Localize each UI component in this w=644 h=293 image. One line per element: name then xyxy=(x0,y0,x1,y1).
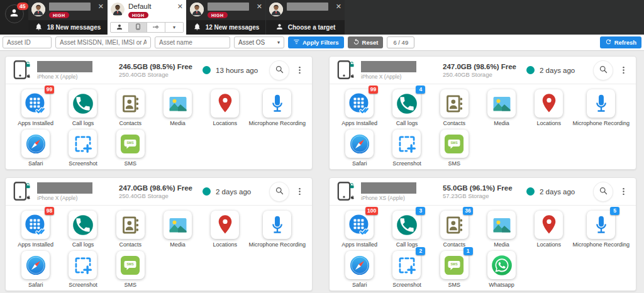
redacted-device-name xyxy=(37,61,92,72)
feature-safari[interactable]: Safari xyxy=(12,251,59,288)
mic-icon xyxy=(263,211,291,239)
feature-contacts[interactable]: Contacts xyxy=(107,89,154,126)
count-badge: 2 xyxy=(416,247,425,255)
feature-microphone-recording[interactable]: Microphone Recording xyxy=(248,89,306,126)
feature-label: Call logs xyxy=(396,241,418,248)
feature-media[interactable]: Media xyxy=(478,89,525,126)
device-model-label: iPhone X (Apple) xyxy=(361,74,443,80)
feature-apps-installed[interactable]: 99 Apps Installed xyxy=(12,89,59,126)
safari-icon xyxy=(345,251,374,279)
feature-safari[interactable]: Safari xyxy=(12,130,59,167)
kebab-menu-icon[interactable] xyxy=(295,187,304,196)
kebab-menu-icon[interactable] xyxy=(619,65,628,75)
refresh-button[interactable]: Refresh xyxy=(600,36,641,48)
close-icon[interactable]: ✕ xyxy=(336,3,341,11)
kebab-menu-icon[interactable] xyxy=(295,65,304,75)
feature-microphone-recording[interactable]: 5 Microphone Recording xyxy=(572,211,630,248)
svg-text:SMS: SMS xyxy=(451,262,458,266)
feature-apps-installed[interactable]: 99 Apps Installed xyxy=(336,89,383,126)
target-person-button[interactable] xyxy=(110,22,129,33)
feature-locations[interactable]: Locations xyxy=(201,89,248,126)
feature-media[interactable]: Media xyxy=(478,211,525,248)
close-icon[interactable]: ✕ xyxy=(257,3,262,11)
tab-target-4[interactable]: ✕ Choose a target xyxy=(266,0,345,35)
media-icon xyxy=(487,89,516,118)
contacts-icon: 36 xyxy=(440,211,469,239)
tab-target-3[interactable]: HIGH ✕ 12 New messages xyxy=(187,0,265,35)
feature-locations[interactable]: Locations xyxy=(201,211,248,248)
device-card: iPhone X (Apple) 246.5GB (98.5%) Free 25… xyxy=(5,56,313,170)
safari-icon xyxy=(345,130,374,158)
feature-call-logs[interactable]: Call logs xyxy=(59,211,106,248)
svg-text:SMS: SMS xyxy=(451,141,458,145)
apple-logo-icon xyxy=(25,191,31,202)
count-badge: 3 xyxy=(416,207,425,215)
feature-apps-installed[interactable]: 100 Apps Installed xyxy=(336,211,383,248)
feature-screenshot[interactable]: 2 Screenshot xyxy=(383,251,430,288)
feature-apps-installed[interactable]: 98 Apps Installed xyxy=(12,211,59,248)
asset-os-select[interactable]: Asset OS ▾ xyxy=(234,36,284,48)
feature-contacts[interactable]: 36 Contacts xyxy=(431,211,478,248)
feature-sms[interactable]: SMS1 SMS xyxy=(431,251,478,288)
count-badge: 98 xyxy=(45,207,54,215)
search-button[interactable] xyxy=(594,61,613,80)
smartphone-icon xyxy=(337,60,356,81)
priority-badge: HIGH xyxy=(49,12,69,18)
person-icon xyxy=(116,23,123,32)
feature-media[interactable]: Media xyxy=(154,89,201,126)
feature-contacts[interactable]: Contacts xyxy=(431,89,478,126)
user-menu-button[interactable]: 45 xyxy=(5,4,24,23)
smartphone-icon xyxy=(13,181,32,202)
feature-call-logs[interactable]: 4 Call logs xyxy=(383,89,430,126)
feature-media[interactable]: Media xyxy=(154,211,201,248)
kebab-menu-icon[interactable] xyxy=(619,187,628,196)
safari-icon xyxy=(21,130,50,158)
search-button[interactable] xyxy=(270,182,289,201)
chevron-down-icon: ▾ xyxy=(173,25,175,30)
feature-microphone-recording[interactable]: Microphone Recording xyxy=(248,211,306,248)
asset-msisdn-input[interactable] xyxy=(55,36,151,48)
feature-screenshot[interactable]: Screenshot xyxy=(59,130,106,167)
feature-label: Screenshot xyxy=(392,160,421,167)
search-button[interactable] xyxy=(594,182,613,201)
media-icon xyxy=(164,89,192,118)
feature-microphone-recording[interactable]: Microphone Recording xyxy=(572,89,630,126)
priority-badge: HIGH xyxy=(208,12,228,18)
avatar xyxy=(190,3,204,16)
search-button[interactable] xyxy=(270,61,289,80)
search-icon xyxy=(275,65,284,76)
search-icon xyxy=(599,186,608,197)
call-icon: 4 xyxy=(392,89,421,118)
feature-sms[interactable]: SMS SMS xyxy=(431,130,478,167)
feature-whatsapp[interactable]: Whatsapp xyxy=(478,251,525,288)
target-device-button[interactable] xyxy=(129,22,147,33)
feature-locations[interactable]: Locations xyxy=(525,211,572,248)
feature-call-logs[interactable]: Call logs xyxy=(59,89,106,126)
reset-label: Reset xyxy=(362,39,379,46)
reset-button[interactable]: Reset xyxy=(348,36,384,48)
close-icon[interactable]: ✕ xyxy=(177,3,183,11)
apply-filters-button[interactable]: Apply Filters xyxy=(288,36,344,48)
feature-locations[interactable]: Locations xyxy=(525,89,572,126)
asset-id-input[interactable] xyxy=(3,36,52,48)
feature-screenshot[interactable]: Screenshot xyxy=(383,130,430,167)
feature-screenshot[interactable]: Screenshot xyxy=(59,251,106,288)
feature-label: Apps Installed xyxy=(341,241,377,248)
tab-target-1[interactable]: HIGH ✕ 18 New messages xyxy=(28,0,107,35)
feature-sms[interactable]: SMS SMS xyxy=(107,130,154,167)
apps-icon: 98 xyxy=(21,211,50,239)
feature-label: Contacts xyxy=(119,241,142,248)
close-icon[interactable]: ✕ xyxy=(98,3,104,11)
feature-contacts[interactable]: Contacts xyxy=(107,211,154,248)
feature-call-logs[interactable]: 3 Call logs xyxy=(383,211,430,248)
target-more-button[interactable]: ▾ xyxy=(165,22,184,33)
avatar xyxy=(269,3,283,16)
feature-safari[interactable]: Safari xyxy=(336,130,383,167)
device-cards-grid: iPhone X (Apple) 246.5GB (98.5%) Free 25… xyxy=(0,51,644,293)
feature-safari[interactable]: Safari xyxy=(336,251,383,288)
filter-icon xyxy=(293,38,300,47)
feature-sms[interactable]: SMS SMS xyxy=(107,251,154,288)
tab-default[interactable]: Default HIGH ✕ ▾ xyxy=(108,0,186,35)
asset-name-input[interactable] xyxy=(155,36,230,48)
target-usb-button[interactable] xyxy=(147,22,165,33)
